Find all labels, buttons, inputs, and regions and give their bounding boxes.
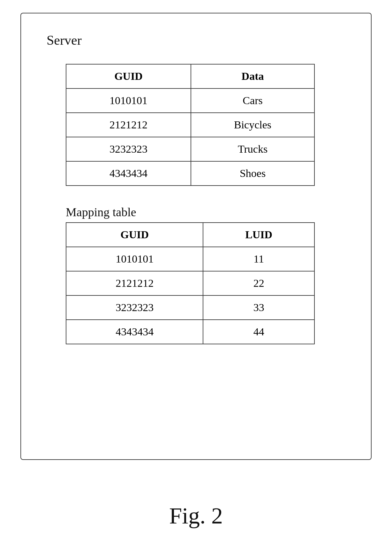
data-table-col-data: Data bbox=[191, 64, 314, 88]
mapping-table-col-luid: LUID bbox=[203, 223, 314, 247]
main-container: Server GUID Data 1010101Cars2121212Bicyc… bbox=[20, 13, 372, 460]
mapping-table-label: Mapping table bbox=[66, 205, 136, 219]
table-row: 434343444 bbox=[66, 320, 314, 344]
data-table-col-guid: GUID bbox=[66, 64, 191, 88]
figure-label: Fig. 2 bbox=[169, 484, 223, 529]
data-table: GUID Data 1010101Cars2121212Bicycles3232… bbox=[66, 64, 315, 186]
table-row: 1010101Cars bbox=[66, 88, 314, 113]
table-row: 101010111 bbox=[66, 247, 314, 271]
mapping-section: Mapping table GUID LUID 1010101112121212… bbox=[66, 205, 315, 344]
table-row: 212121222 bbox=[66, 271, 314, 295]
table-row: 323232333 bbox=[66, 295, 314, 320]
table-row: 2121212Bicycles bbox=[66, 113, 314, 137]
mapping-table-col-guid: GUID bbox=[66, 223, 203, 247]
table-row: 3232323Trucks bbox=[66, 137, 314, 161]
mapping-table: GUID LUID 101010111212121222323232333434… bbox=[66, 222, 315, 344]
server-label: Server bbox=[47, 33, 82, 48]
table-row: 4343434Shoes bbox=[66, 161, 314, 186]
